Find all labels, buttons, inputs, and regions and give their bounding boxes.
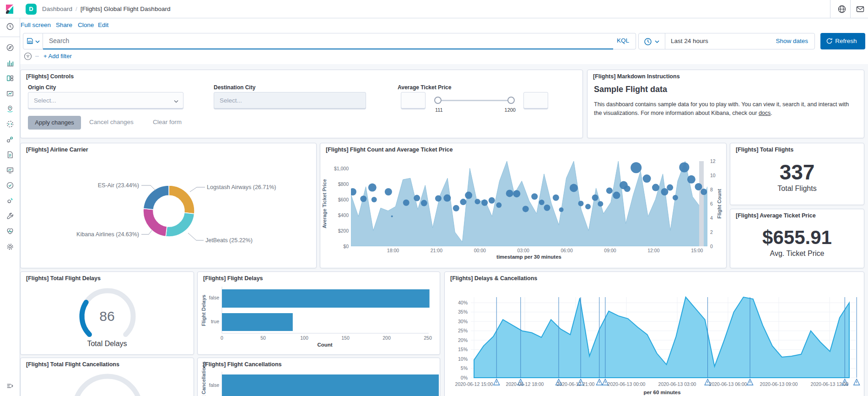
- origin-city-select[interactable]: Select...: [28, 92, 183, 109]
- avg-price-bubble[interactable]: [349, 188, 356, 195]
- kibana-logo-icon[interactable]: [5, 4, 15, 14]
- avg-price-bubble[interactable]: [585, 204, 591, 209]
- avg-price-bubble[interactable]: [559, 207, 564, 212]
- sidebar-item-dev-tools[interactable]: [6, 212, 14, 220]
- price-range-slider[interactable]: 111 1200: [438, 100, 511, 101]
- edit-button[interactable]: Edit: [98, 22, 108, 28]
- avg-price-bubble[interactable]: [598, 201, 603, 206]
- sidebar-item-metrics[interactable]: [6, 166, 14, 174]
- avg-price-bubble[interactable]: [513, 190, 520, 197]
- sidebar-item-dashboard[interactable]: [6, 74, 14, 82]
- clock-icon[interactable]: [643, 37, 662, 46]
- avg-price-bubble[interactable]: [368, 184, 377, 192]
- avg-price-bubble[interactable]: [606, 187, 613, 194]
- sidebar-item-machine-learning[interactable]: [6, 120, 14, 128]
- breadcrumb-dashboard[interactable]: Dashboard: [42, 5, 72, 12]
- panel-title[interactable]: [Flights] Flight Count and Average Ticke…: [326, 146, 453, 153]
- avg-price-bubble[interactable]: [679, 162, 689, 172]
- avg-price-bubble[interactable]: [695, 183, 702, 190]
- newsfeed-envelope-icon[interactable]: [856, 5, 865, 14]
- collapse-nav-button[interactable]: [6, 382, 14, 390]
- avg-price-bubble[interactable]: [403, 200, 410, 206]
- sidebar-item-maps[interactable]: [6, 105, 14, 113]
- kql-syntax-button[interactable]: KQL: [617, 37, 629, 44]
- sidebar-item-apm[interactable]: [6, 196, 14, 205]
- avg-price-bubble[interactable]: [667, 184, 673, 191]
- sidebar-item-logs[interactable]: [6, 151, 14, 159]
- pie-slice-kibana-airlines[interactable]: [143, 209, 167, 237]
- avg-price-bubble[interactable]: [465, 192, 472, 199]
- avg-price-bubble[interactable]: [421, 200, 427, 206]
- bar-false[interactable]: [222, 374, 439, 396]
- avg-price-bubble[interactable]: [701, 189, 707, 195]
- help-globe-icon[interactable]: [837, 5, 846, 14]
- sidebar-item-uptime[interactable]: [6, 181, 14, 190]
- refresh-button[interactable]: Refresh: [820, 33, 865, 49]
- panel-title[interactable]: [Flights] Total Flights: [736, 146, 793, 153]
- avg-price-bubble[interactable]: [360, 195, 367, 202]
- add-filter-button[interactable]: + Add filter: [43, 53, 72, 60]
- avg-price-bubble[interactable]: [553, 195, 559, 201]
- avg-price-bubble[interactable]: [481, 200, 488, 206]
- avg-price-bubble[interactable]: [435, 195, 442, 201]
- destination-city-select[interactable]: Select...: [214, 92, 366, 109]
- clone-button[interactable]: Clone: [78, 22, 94, 28]
- bar-true[interactable]: [222, 313, 293, 331]
- avg-price-bubble[interactable]: [661, 188, 669, 195]
- avg-price-bubble[interactable]: [673, 195, 678, 201]
- avg-price-bubble[interactable]: [385, 188, 392, 195]
- delays-cancellations-series[interactable]: [474, 297, 849, 378]
- avg-price-bubble[interactable]: [544, 205, 550, 211]
- avg-price-bubble[interactable]: [460, 199, 466, 205]
- slider-handle-min[interactable]: [434, 97, 442, 104]
- avg-price-bubble[interactable]: [643, 174, 651, 183]
- avg-price-bubble[interactable]: [652, 184, 659, 191]
- sidebar-item-discover[interactable]: [6, 43, 14, 52]
- sidebar-item-recently-viewed[interactable]: [6, 22, 14, 31]
- bar-false[interactable]: [222, 289, 430, 308]
- price-min-input[interactable]: [401, 92, 426, 109]
- avg-price-bubble[interactable]: [496, 202, 501, 208]
- avg-price-bubble[interactable]: [592, 195, 598, 201]
- sidebar-item-canvas[interactable]: [6, 90, 14, 98]
- slider-handle-max[interactable]: [507, 97, 515, 104]
- avg-price-bubble[interactable]: [443, 195, 451, 202]
- avg-price-bubble[interactable]: [506, 190, 513, 197]
- avg-price-bubble[interactable]: [539, 200, 545, 205]
- panel-title[interactable]: [Flights] Controls: [26, 73, 74, 80]
- avg-price-bubble[interactable]: [523, 206, 529, 212]
- avg-price-bubble[interactable]: [578, 201, 584, 206]
- show-dates-button[interactable]: Show dates: [776, 38, 808, 44]
- avg-price-bubble[interactable]: [687, 175, 695, 184]
- apply-changes-button[interactable]: Apply changes: [28, 116, 81, 130]
- share-button[interactable]: Share: [56, 22, 72, 28]
- avg-price-bubble[interactable]: [624, 185, 631, 192]
- price-max-input[interactable]: [523, 92, 548, 109]
- full-screen-button[interactable]: Full screen: [21, 22, 51, 28]
- time-range-label[interactable]: Last 24 hours: [671, 38, 708, 44]
- clear-form-button[interactable]: Clear form: [153, 119, 182, 125]
- avg-price-bubble[interactable]: [453, 205, 459, 212]
- space-badge[interactable]: D: [26, 4, 37, 15]
- avg-price-bubble[interactable]: [391, 216, 393, 217]
- sidebar-item-graph[interactable]: [6, 136, 14, 144]
- avg-price-bubble[interactable]: [372, 197, 377, 202]
- sidebar-item-visualize[interactable]: [6, 59, 14, 67]
- filter-icon[interactable]: [24, 52, 32, 60]
- sidebar-item-stack-monitoring[interactable]: [6, 227, 14, 235]
- panel-title[interactable]: [Flights] Average Ticket Price: [736, 212, 816, 219]
- avg-price-bubble[interactable]: [613, 192, 620, 199]
- cancel-changes-button[interactable]: Cancel changes: [89, 119, 134, 125]
- avg-price-bubble[interactable]: [631, 162, 642, 173]
- pie-slice-logstash-airways[interactable]: [169, 185, 194, 214]
- saved-query-button[interactable]: [23, 33, 43, 49]
- pie-slice-es-air[interactable]: [143, 185, 169, 210]
- avg-price-bubble[interactable]: [475, 199, 480, 204]
- pie-slice-jetbeats[interactable]: [166, 213, 194, 237]
- avg-price-bubble[interactable]: [531, 193, 538, 200]
- avg-price-bubble[interactable]: [570, 184, 578, 192]
- docs-link[interactable]: docs: [759, 110, 771, 116]
- panel-title[interactable]: [Flights] Markdown Instructions: [593, 73, 680, 80]
- search-input[interactable]: [43, 33, 636, 49]
- sidebar-item-management[interactable]: [6, 243, 14, 251]
